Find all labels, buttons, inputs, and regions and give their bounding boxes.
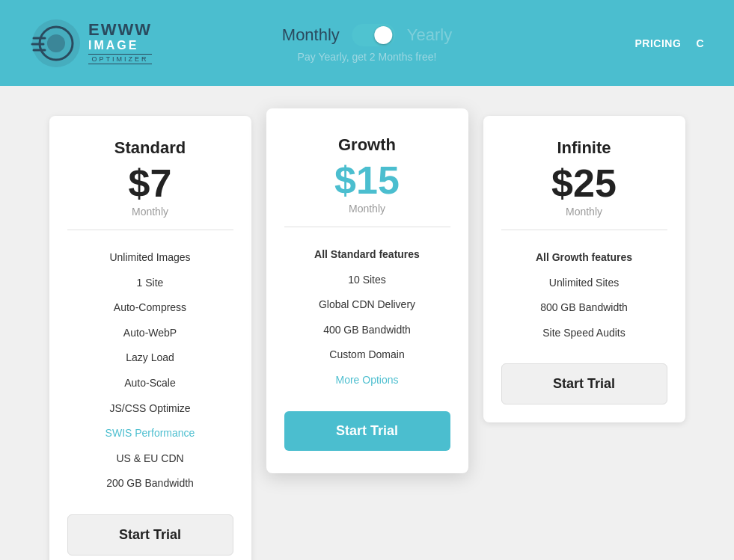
start-trial-growth[interactable]: Start Trial: [284, 411, 450, 451]
header-nav: PRICING C: [635, 37, 704, 49]
feature-item: Auto-WebP: [67, 321, 233, 346]
plan-divider-standard: [67, 230, 233, 230]
feature-item: All Growth features: [501, 245, 667, 271]
plan-divider-growth: [284, 227, 450, 227]
plan-period-growth: Monthly: [349, 203, 385, 215]
start-trial-standard[interactable]: Start Trial: [67, 514, 233, 556]
feature-list-infinite: All Growth featuresUnlimited Sites800 GB…: [501, 245, 667, 345]
pricing-section: Standard $7 Monthly Unlimited Images1 Si…: [0, 86, 734, 560]
feature-item[interactable]: More Options: [284, 368, 450, 393]
feature-item: 400 GB Bandwidth: [284, 318, 450, 343]
feature-item: Unlimited Images: [67, 245, 233, 271]
feature-item: All Standard features: [284, 242, 450, 268]
plan-name-growth: Growth: [338, 135, 396, 155]
plan-period-standard: Monthly: [132, 206, 168, 218]
billing-toggle-area: Monthly Yearly Pay Yearly, get 2 Months …: [282, 24, 452, 63]
feature-item: 200 GB Bandwidth: [67, 471, 233, 496]
monthly-label: Monthly: [282, 25, 340, 45]
nav-secondary[interactable]: C: [696, 37, 704, 49]
plan-name-standard: Standard: [114, 138, 186, 158]
feature-item: Auto-Scale: [67, 371, 233, 396]
feature-item: 1 Site: [67, 271, 233, 296]
feature-list-growth: All Standard features10 SitesGlobal CDN …: [284, 242, 450, 393]
feature-item: 800 GB Bandwidth: [501, 295, 667, 321]
plan-price-standard: $7: [129, 164, 172, 203]
plan-period-infinite: Monthly: [566, 206, 602, 218]
toggle-knob: [374, 26, 392, 44]
logo-icon: [30, 17, 82, 70]
pricing-card-growth: Growth $15 Monthly All Standard features…: [266, 108, 468, 473]
svg-point-2: [47, 34, 65, 52]
feature-item: Custom Domain: [284, 342, 450, 368]
pricing-card-infinite: Infinite $25 Monthly All Growth features…: [483, 116, 685, 422]
yearly-promo: Pay Yearly, get 2 Months free!: [282, 51, 452, 63]
logo-image-label: IMAGE: [88, 38, 152, 52]
feature-item: Auto-Compress: [67, 295, 233, 321]
feature-list-standard: Unlimited Images1 SiteAuto-CompressAuto-…: [67, 245, 233, 496]
feature-item: US & EU CDN: [67, 446, 233, 472]
feature-item: Global CDN Delivery: [284, 292, 450, 318]
plan-name-infinite: Infinite: [557, 138, 611, 158]
feature-item: Unlimited Sites: [501, 271, 667, 296]
start-trial-infinite[interactable]: Start Trial: [501, 363, 667, 404]
plan-price-growth: $15: [334, 161, 400, 200]
yearly-label: Yearly: [407, 25, 452, 45]
billing-toggle[interactable]: [352, 24, 395, 46]
feature-item: 10 Sites: [284, 268, 450, 293]
nav-pricing[interactable]: PRICING: [635, 37, 682, 49]
feature-item: JS/CSS Optimize: [67, 396, 233, 422]
feature-item[interactable]: SWIS Performance: [67, 421, 233, 446]
feature-item: Site Speed Audits: [501, 321, 667, 346]
logo-text: EWWW IMAGE OPTIMIZER: [88, 22, 152, 64]
logo: EWWW IMAGE OPTIMIZER: [30, 17, 152, 70]
pricing-card-standard: Standard $7 Monthly Unlimited Images1 Si…: [49, 116, 251, 560]
header: EWWW IMAGE OPTIMIZER Monthly Yearly Pay …: [0, 0, 734, 86]
logo-ewww-label: EWWW: [88, 22, 152, 38]
toggle-row: Monthly Yearly: [282, 24, 452, 46]
plan-price-infinite: $25: [551, 164, 617, 203]
logo-optimizer-label: OPTIMIZER: [88, 54, 152, 64]
feature-item: Lazy Load: [67, 345, 233, 371]
plan-divider-infinite: [501, 230, 667, 230]
